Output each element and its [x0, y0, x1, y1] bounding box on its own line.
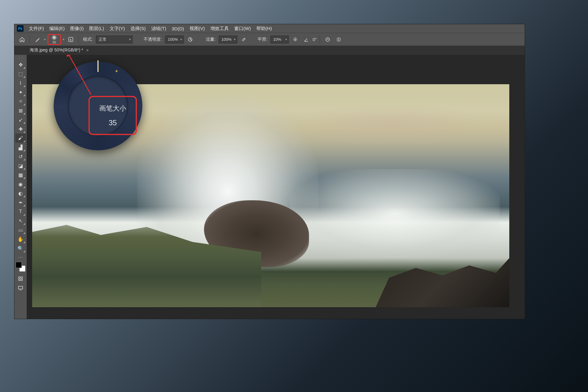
divider	[30, 36, 30, 43]
marquee-tool[interactable]: ⬚	[15, 69, 26, 78]
smoothing-label: 平滑:	[258, 37, 267, 42]
path-select-tool[interactable]: ↖	[15, 216, 26, 225]
menu-item[interactable]: 图层(L)	[86, 26, 107, 32]
screen-mode-icon[interactable]	[16, 283, 25, 292]
flow-dropdown[interactable]: 100%	[219, 36, 237, 43]
flow-label: 流量:	[206, 37, 216, 42]
hud-label: 画笔大小	[99, 104, 126, 113]
blur-tool[interactable]: ◉	[15, 179, 26, 189]
airbrush-icon[interactable]	[239, 35, 248, 44]
shape-tool[interactable]: ▭	[15, 225, 26, 235]
gradient-tool[interactable]: ▦	[15, 170, 26, 179]
menu-item[interactable]: 增效工具	[208, 26, 232, 32]
brush-preset-picker[interactable]: 35	[47, 34, 61, 45]
opacity-dropdown[interactable]: 100%	[165, 36, 184, 43]
image-content	[290, 169, 500, 258]
smoothing-gear-icon[interactable]	[291, 35, 300, 44]
opacity-label: 不透明度:	[144, 37, 162, 42]
pressure-size-icon[interactable]	[323, 35, 332, 44]
menu-item[interactable]: 文字(Y)	[107, 26, 128, 32]
app-logo: Ps	[17, 25, 24, 32]
image-content	[376, 258, 509, 307]
tool-preset-icon[interactable]	[33, 35, 42, 44]
svg-point-3	[326, 38, 330, 41]
brush-panel-toggle[interactable]	[66, 35, 75, 44]
chevron-down-icon[interactable]: ▾	[63, 38, 64, 41]
photoshop-window: Ps 文件(F)编辑(E)图像(I)图层(L)文字(Y)选择(S)滤镜(T)3D…	[14, 24, 525, 319]
plus-icon: ✦	[115, 68, 119, 74]
image-content	[295, 102, 485, 147]
color-swatch[interactable]	[16, 262, 25, 272]
hand-tool[interactable]: ✋	[15, 235, 26, 244]
document-tabstrip: 海浪.jpeg @ 50%(RGB/8*) * ×	[14, 46, 525, 55]
frame-tool[interactable]: ⊠	[15, 106, 26, 115]
move-tool[interactable]: ✥	[15, 60, 26, 69]
svg-rect-6	[18, 286, 23, 289]
tab-title: 海浪.jpeg @ 50%(RGB/8*) *	[30, 47, 83, 53]
canvas-area[interactable]: ✦ 画笔大小 35	[27, 55, 525, 319]
mode-label: 模式:	[83, 37, 93, 42]
divider	[320, 36, 320, 43]
hud-tick-icon	[97, 60, 99, 72]
menu-item[interactable]: 文件(F)	[26, 26, 47, 32]
menu-item[interactable]: 3D(D)	[169, 26, 187, 31]
home-button[interactable]	[17, 35, 27, 44]
menu-item[interactable]: 编辑(E)	[47, 26, 67, 32]
brush-size-value: 35	[52, 40, 56, 44]
quick-mask-icon[interactable]	[16, 274, 25, 283]
quick-select-tool[interactable]: ✦	[15, 88, 26, 97]
eraser-tool[interactable]: ◪	[15, 161, 26, 170]
type-tool[interactable]: T	[15, 207, 26, 216]
foreground-color[interactable]	[16, 262, 22, 268]
menu-item[interactable]: 窗口(W)	[232, 26, 254, 32]
blend-mode-dropdown[interactable]: 正常	[96, 36, 133, 43]
eyedropper-tool[interactable]: ↙	[15, 115, 26, 124]
toolbar-grip-icon[interactable]: ⋮⋮	[17, 56, 24, 59]
angle-value[interactable]: 0°	[313, 37, 317, 42]
dodge-tool[interactable]: ◐	[15, 189, 26, 198]
stamp-tool[interactable]: ▟	[15, 143, 26, 152]
chevron-down-icon[interactable]: ▾	[44, 38, 46, 41]
tools-panel: ⋮⋮ ✥⬚⌇✦⌗⊠↙✚🖌▟↺◪▦◉◐✒T↖▭✋🔍 ⋯	[14, 55, 27, 319]
hud-readout: 画笔大小 35	[89, 96, 137, 135]
svg-point-2	[295, 39, 296, 40]
more-tools-icon[interactable]: ⋯	[18, 254, 23, 260]
menu-item[interactable]: 选择(S)	[128, 26, 149, 32]
healing-tool[interactable]: ✚	[15, 124, 26, 134]
divider	[78, 36, 79, 43]
menu-item[interactable]: 帮助(H)	[254, 26, 275, 32]
zoom-tool[interactable]: 🔍	[15, 244, 26, 253]
menu-item[interactable]: 滤镜(T)	[149, 26, 169, 32]
close-icon[interactable]: ×	[86, 48, 89, 53]
lasso-tool[interactable]: ⌇	[15, 78, 26, 88]
symmetry-icon[interactable]	[334, 35, 343, 44]
opacity-pressure-icon[interactable]	[186, 35, 195, 44]
brush-hud-wheel[interactable]: ✦ 画笔大小 35	[54, 62, 142, 150]
document-tab[interactable]: 海浪.jpeg @ 50%(RGB/8*) * ×	[27, 46, 92, 55]
hud-value: 35	[109, 119, 117, 127]
menu-item[interactable]: 视图(V)	[187, 26, 208, 32]
angle-icon[interactable]	[302, 35, 311, 44]
smoothing-dropdown[interactable]: 10%	[270, 36, 289, 43]
options-bar: ▾ 35 ▾ 模式: 正常 不透明度: 100% 流量: 100% 平滑: 10…	[14, 33, 525, 46]
svg-rect-4	[19, 277, 22, 281]
svg-point-5	[20, 278, 21, 280]
crop-tool[interactable]: ⌗	[15, 97, 26, 106]
brush-tool[interactable]: 🖌	[15, 134, 26, 143]
brush-preview-icon	[51, 35, 57, 40]
menu-item[interactable]: 图像(I)	[67, 26, 86, 32]
menu-bar: Ps 文件(F)编辑(E)图像(I)图层(L)文字(Y)选择(S)滤镜(T)3D…	[14, 24, 525, 33]
pen-tool[interactable]: ✒	[15, 198, 26, 207]
history-brush-tool[interactable]: ↺	[15, 152, 26, 161]
work-area: ⋮⋮ ✥⬚⌇✦⌗⊠↙✚🖌▟↺◪▦◉◐✒T↖▭✋🔍 ⋯	[14, 55, 525, 319]
